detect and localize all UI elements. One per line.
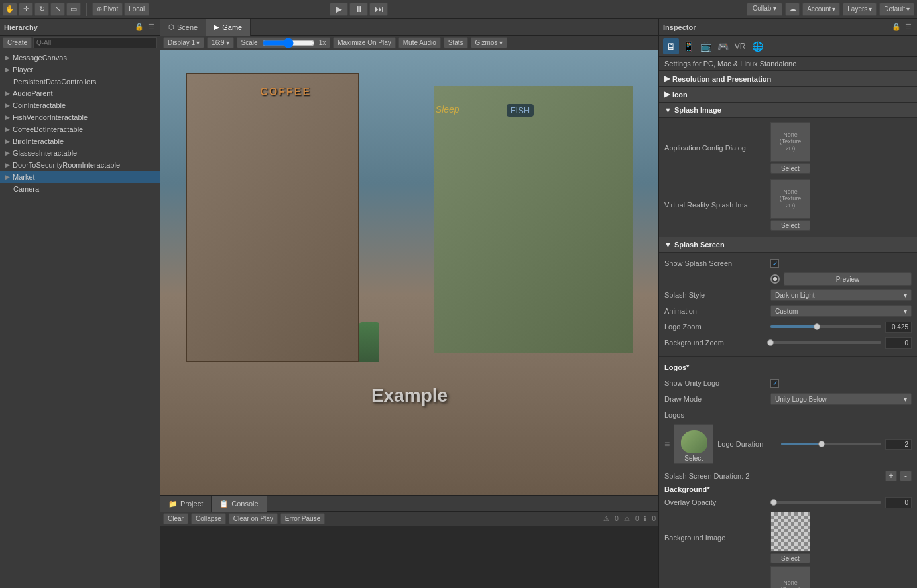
- hierarchy-panel: Hierarchy 🔒 ☰ Create ▶ MessageCanvas ▶ P…: [0, 19, 160, 588]
- collapse-btn[interactable]: Collapse: [191, 513, 226, 524]
- hierarchy-item-bird[interactable]: ▶ BirdInteractable: [0, 135, 160, 147]
- logo-duration-input[interactable]: [885, 439, 912, 450]
- show-splash-checkbox[interactable]: ✓: [770, 259, 779, 268]
- logo-drag-handle[interactable]: ≡: [664, 439, 670, 449]
- clear-btn[interactable]: Clear: [163, 513, 188, 524]
- overlay-opacity-label: Overlay Opacity: [664, 499, 770, 506]
- platform-icon-pc[interactable]: 🖥: [663, 38, 679, 54]
- hierarchy-item-camera[interactable]: Camera: [0, 183, 160, 195]
- play-btn[interactable]: ▶: [330, 3, 348, 16]
- account-btn[interactable]: Account ▾: [802, 3, 840, 16]
- hierarchy-header: Hierarchy 🔒 ☰: [0, 19, 160, 36]
- hand-tool-btn[interactable]: ✋: [3, 3, 17, 16]
- chevron-down-icon: ▾: [196, 39, 200, 46]
- hierarchy-item-player[interactable]: ▶ Player: [0, 64, 160, 76]
- platform-icon-web[interactable]: 🌐: [749, 38, 765, 54]
- hierarchy-lock-btn[interactable]: 🔒: [133, 23, 145, 31]
- scale-tool-btn[interactable]: ⤡: [50, 3, 65, 16]
- clear-on-play-btn[interactable]: Clear on Play: [229, 513, 278, 524]
- cloud-btn[interactable]: ☁: [785, 3, 800, 16]
- logo-zoom-input[interactable]: [885, 322, 912, 333]
- logo-duration-track[interactable]: [781, 443, 881, 445]
- default-btn[interactable]: Default ▾: [879, 3, 914, 16]
- rotate-tool-btn[interactable]: ↻: [34, 3, 49, 16]
- hierarchy-item-glasses[interactable]: ▶ GlassesInteractable: [0, 147, 160, 159]
- arrow-icon: ▶: [5, 54, 10, 61]
- hierarchy-item-door[interactable]: ▶ DoorToSecurityRoomInteractable: [0, 159, 160, 171]
- hierarchy-item-coin[interactable]: ▶ CoinInteractable: [0, 99, 160, 111]
- logo-zoom-thumb[interactable]: [814, 323, 820, 330]
- bg-zoom-track[interactable]: [770, 341, 881, 344]
- tab-console[interactable]: 📋 Console: [212, 496, 267, 512]
- splash-style-dropdown[interactable]: Dark on Light ▾: [770, 289, 912, 301]
- gizmos-btn[interactable]: Gizmos ▾: [471, 37, 508, 48]
- display-btn[interactable]: Display 1 ▾: [163, 37, 204, 48]
- bg-zoom-input[interactable]: [885, 337, 912, 349]
- platform-icon-gamepad[interactable]: 🎮: [715, 38, 731, 54]
- error-pause-btn[interactable]: Error Pause: [280, 513, 325, 524]
- hierarchy-search-input[interactable]: [33, 37, 157, 48]
- hierarchy-item-messagecanvas[interactable]: ▶ MessageCanvas: [0, 52, 160, 64]
- pause-btn[interactable]: ⏸: [349, 3, 368, 16]
- aspect-btn[interactable]: 16:9 ▾: [207, 37, 233, 48]
- hierarchy-create-btn[interactable]: Create: [3, 37, 32, 48]
- tab-scene[interactable]: ⬡ Scene: [160, 19, 206, 36]
- example-text: Example: [371, 385, 448, 406]
- plus-btn[interactable]: +: [885, 471, 897, 481]
- stats-btn[interactable]: Stats: [444, 37, 468, 48]
- inspector-lock-btn[interactable]: 🔒: [890, 23, 902, 31]
- local-btn[interactable]: Local: [124, 3, 149, 16]
- section-header-splash-screen[interactable]: ▼ Splash Screen: [659, 237, 917, 253]
- section-header-resolution[interactable]: ▶ Resolution and Presentation: [659, 71, 917, 87]
- pivot-btn[interactable]: ⊕ Pivot: [92, 3, 123, 16]
- move-tool-btn[interactable]: ✛: [19, 3, 33, 16]
- draw-mode-dropdown[interactable]: Unity Logo Below ▾: [770, 393, 912, 405]
- mute-btn[interactable]: Mute Audio: [398, 37, 441, 48]
- tab-game[interactable]: ▶ Game: [206, 19, 251, 36]
- bg-zoom-thumb[interactable]: [767, 339, 774, 346]
- hierarchy-item-market[interactable]: ▶ Market: [0, 171, 160, 183]
- hierarchy-item-coffeebot[interactable]: ▶ CoffeeBotInteractable: [0, 123, 160, 135]
- overlay-thumb[interactable]: [770, 499, 777, 506]
- arrow-icon: ▶: [5, 102, 10, 109]
- hierarchy-list: ▶ MessageCanvas ▶ Player PersistentDataC…: [0, 50, 160, 588]
- logo-duration-thumb[interactable]: [818, 441, 825, 447]
- game-scene: COFFEE FISH Sleep Example: [160, 50, 658, 495]
- app-config-select-btn[interactable]: Select: [770, 163, 810, 174]
- platform-icon-mobile[interactable]: 📱: [680, 38, 696, 54]
- vr-select-btn[interactable]: Select: [770, 220, 810, 231]
- section-header-splash-image[interactable]: ▼ Splash Image: [659, 103, 917, 118]
- overlay-opacity-input[interactable]: [885, 497, 912, 508]
- splash-image-body: Application Config Dialog None (Texture2…: [659, 118, 917, 237]
- platform-icon-vr[interactable]: VR: [732, 38, 748, 54]
- step-btn[interactable]: ⏭: [369, 3, 388, 16]
- logo-select-btn[interactable]: Select: [674, 453, 713, 463]
- overlay-track[interactable]: [770, 501, 881, 504]
- section-header-icon[interactable]: ▶ Icon: [659, 87, 917, 103]
- inspector-menu-btn[interactable]: ☰: [904, 23, 913, 31]
- hierarchy-item-audioparent[interactable]: ▶ AudioParent: [0, 88, 160, 99]
- logo-zoom-track[interactable]: [770, 325, 881, 328]
- preview-btn[interactable]: Preview: [784, 272, 912, 286]
- minus-btn[interactable]: -: [900, 471, 912, 481]
- maximize-label: Maximize On Play: [337, 39, 391, 46]
- hierarchy-item-persistent[interactable]: PersistentDataControllers: [0, 76, 160, 88]
- animation-dropdown[interactable]: Custom ▾: [770, 305, 912, 317]
- bg-image-select-btn[interactable]: Select: [770, 553, 810, 563]
- collab-btn[interactable]: Collab ▾: [747, 3, 782, 16]
- hierarchy-item-fishvendor[interactable]: ▶ FishVendorInteractable: [0, 111, 160, 123]
- show-unity-checkbox[interactable]: ✓: [770, 379, 779, 388]
- hierarchy-menu-btn[interactable]: ☰: [147, 23, 156, 31]
- arrow-icon: ▶: [5, 66, 10, 73]
- chevron-down-icon: ▾: [904, 308, 907, 315]
- bottom-area: 📁 Project 📋 Console Clear Collapse Clear…: [160, 495, 658, 588]
- tab-project[interactable]: 📁 Project: [160, 496, 212, 512]
- platform-icon-tv[interactable]: 📺: [698, 38, 713, 54]
- rect-tool-btn[interactable]: ▭: [66, 3, 81, 16]
- scale-slider[interactable]: [262, 38, 315, 48]
- texture-2d-label-2: (Texture2D): [780, 195, 802, 209]
- right-toolbar: Collab ▾ ☁ Account ▾ Layers ▾ Default ▾: [747, 3, 914, 16]
- console-status: ⚠ 0 ⚠ 0 ℹ 0: [603, 515, 656, 522]
- maximize-btn[interactable]: Maximize On Play: [333, 37, 396, 48]
- layers-btn[interactable]: Layers ▾: [843, 3, 877, 16]
